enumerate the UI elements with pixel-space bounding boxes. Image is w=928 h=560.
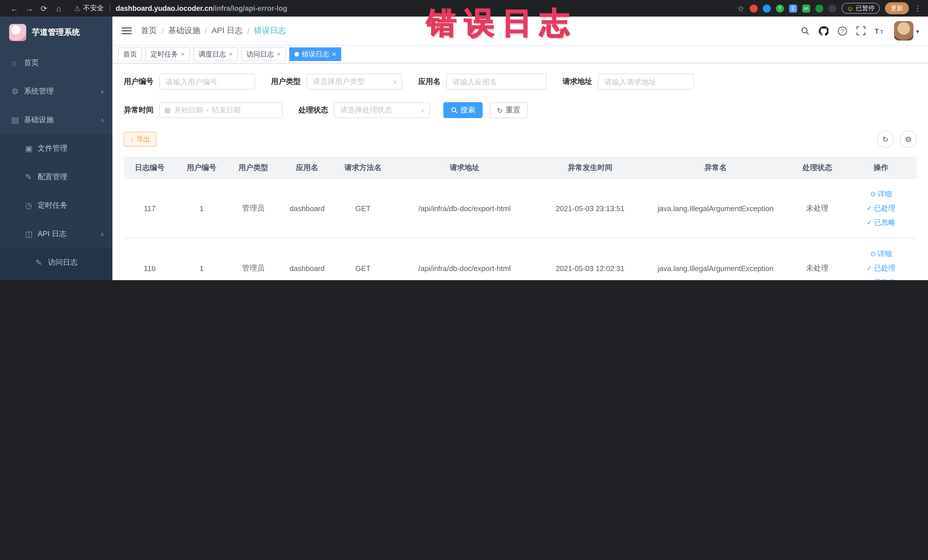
- divider: [110, 4, 110, 12]
- top-navbar: 首页 / 基础设施 / API 日志 / 错误日志 ?: [112, 17, 928, 46]
- extension-icon[interactable]: [815, 4, 823, 12]
- search-button[interactable]: 搜索: [443, 102, 483, 118]
- cell-request-url: /api/infra/db-doc/export-html: [391, 238, 538, 280]
- help-icon[interactable]: ?: [838, 26, 847, 36]
- extension-icon[interactable]: on: [802, 4, 810, 12]
- process-status-label: 处理状态: [298, 105, 328, 115]
- cell-app-name: dashboard: [279, 178, 335, 238]
- request-url-input[interactable]: [598, 73, 694, 90]
- close-icon[interactable]: [277, 50, 281, 58]
- cell-exception-name: java.lang.IllegalArgumentException: [642, 238, 789, 280]
- cell-app-name: dashboard: [279, 238, 335, 280]
- reload-icon[interactable]: ⟳: [37, 4, 51, 13]
- cell-method: GET: [335, 238, 391, 280]
- paused-badge[interactable]: 已暂停: [841, 3, 880, 14]
- check-icon: [867, 278, 874, 280]
- home-icon: [11, 58, 24, 67]
- sidebar-item-home[interactable]: 首页: [0, 49, 112, 77]
- active-dot: [295, 52, 299, 56]
- hamburger-icon[interactable]: [122, 27, 132, 34]
- user-id-label: 用户编号: [124, 76, 154, 87]
- home-icon[interactable]: ⌂: [51, 4, 66, 13]
- extension-icon[interactable]: ⣿: [789, 4, 797, 12]
- chevron-down-icon: [420, 107, 424, 113]
- user-id-input[interactable]: [159, 73, 255, 90]
- site-security[interactable]: 不安全: [74, 3, 104, 13]
- column-settings-button[interactable]: [900, 131, 917, 148]
- svg-text:T: T: [881, 29, 884, 34]
- column-header: 日志编号: [124, 157, 176, 178]
- check-icon: [867, 264, 874, 272]
- tab-access-log[interactable]: 访问日志: [241, 47, 286, 61]
- sidebar-item-config-management[interactable]: 配置管理: [0, 163, 112, 191]
- breadcrumb-home[interactable]: 首页: [141, 26, 157, 36]
- extension-icon[interactable]: [763, 4, 771, 12]
- app-logo[interactable]: 芋道管理系统: [0, 17, 112, 49]
- table-row: 117 1 管理员 dashboard GET /api/infra/db-do…: [124, 178, 917, 238]
- breadcrumb-infrastructure[interactable]: 基础设施: [168, 26, 200, 36]
- column-header: 用户编号: [176, 157, 227, 178]
- sidebar-item-file-management[interactable]: 文件管理: [0, 134, 112, 163]
- user-type-label: 用户类型: [271, 76, 301, 87]
- search-icon[interactable]: [801, 26, 810, 35]
- app-name-input[interactable]: [446, 73, 546, 90]
- cell-actions: 详细 已处理 已忽略: [845, 178, 917, 238]
- table-row: 116 1 管理员 dashboard GET /api/infra/db-do…: [124, 238, 917, 280]
- smiley-icon: [846, 4, 853, 12]
- back-icon[interactable]: ←: [7, 4, 22, 13]
- action-processed[interactable]: 已处理: [847, 201, 914, 215]
- tab-error-log[interactable]: 错误日志: [289, 47, 341, 61]
- close-icon[interactable]: [332, 50, 336, 58]
- document-icon: [25, 229, 38, 238]
- eye-icon: [870, 250, 878, 258]
- column-header: 应用名: [279, 157, 335, 178]
- action-detail[interactable]: 详细: [847, 247, 914, 261]
- action-processed[interactable]: 已处理: [847, 261, 914, 275]
- cell-request-url: /api/infra/db-doc/export-html: [391, 178, 538, 238]
- breadcrumb-api-log[interactable]: API 日志: [212, 26, 243, 36]
- page-body: 用户编号 用户类型 请选择用户类型 应用名 请求地址: [112, 63, 928, 280]
- user-type-select[interactable]: 请选择用户类型: [307, 73, 402, 90]
- action-ignored[interactable]: 已忽略: [847, 275, 914, 280]
- app-title: 芋道管理系统: [32, 27, 80, 38]
- action-detail[interactable]: 详细: [847, 187, 914, 201]
- close-icon[interactable]: [181, 50, 185, 58]
- sidebar-item-infrastructure[interactable]: 基础设施: [0, 105, 112, 134]
- tab-home[interactable]: 首页: [118, 47, 142, 61]
- sidebar-item-error-log[interactable]: 错误日志: [0, 277, 112, 280]
- cell-method: GET: [335, 178, 391, 238]
- log-icon: [35, 258, 48, 267]
- browser-menu-icon[interactable]: [914, 4, 922, 12]
- sidebar-item-access-log[interactable]: 访问日志: [0, 248, 112, 277]
- clock-icon: [25, 201, 38, 210]
- forward-icon[interactable]: →: [22, 4, 37, 13]
- refresh-icon: [497, 106, 503, 114]
- close-icon[interactable]: [229, 50, 233, 58]
- extension-icon[interactable]: [828, 4, 836, 12]
- cell-exception-time: 2021-05-03 23:13:51: [538, 178, 642, 238]
- refresh-table-button[interactable]: [877, 131, 894, 148]
- user-menu[interactable]: [894, 21, 919, 41]
- reset-button[interactable]: 重置: [490, 102, 528, 118]
- fullscreen-icon[interactable]: [857, 26, 866, 35]
- sidebar-item-scheduled-jobs[interactable]: 定时任务: [0, 191, 112, 220]
- github-icon[interactable]: [819, 26, 829, 36]
- extension-icon[interactable]: Y: [776, 4, 784, 12]
- update-button[interactable]: 更新: [885, 2, 909, 14]
- sidebar-item-api-log[interactable]: API 日志: [0, 220, 112, 248]
- chevron-down-icon: [916, 26, 919, 36]
- sidebar-item-system-management[interactable]: 系统管理: [0, 77, 112, 105]
- bookmark-star-icon[interactable]: [737, 4, 744, 13]
- security-label: 不安全: [83, 3, 104, 13]
- process-status-select[interactable]: 请选择处理状态: [334, 102, 430, 118]
- address-bar[interactable]: dashboard.yudao.iocoder.cn/infra/log/api…: [116, 4, 288, 12]
- extension-icon[interactable]: [749, 4, 757, 12]
- tab-schedule-log[interactable]: 调度日志: [194, 47, 238, 61]
- tab-scheduled-jobs[interactable]: 定时任务: [145, 47, 190, 61]
- font-size-icon[interactable]: TT: [875, 26, 885, 35]
- exception-time-range-picker[interactable]: 开始日期 - 结束日期: [159, 102, 282, 118]
- export-button[interactable]: 导出: [124, 132, 156, 146]
- download-icon: [130, 135, 133, 143]
- action-ignored[interactable]: 已忽略: [847, 215, 914, 230]
- table-body: 117 1 管理员 dashboard GET /api/infra/db-do…: [124, 178, 917, 280]
